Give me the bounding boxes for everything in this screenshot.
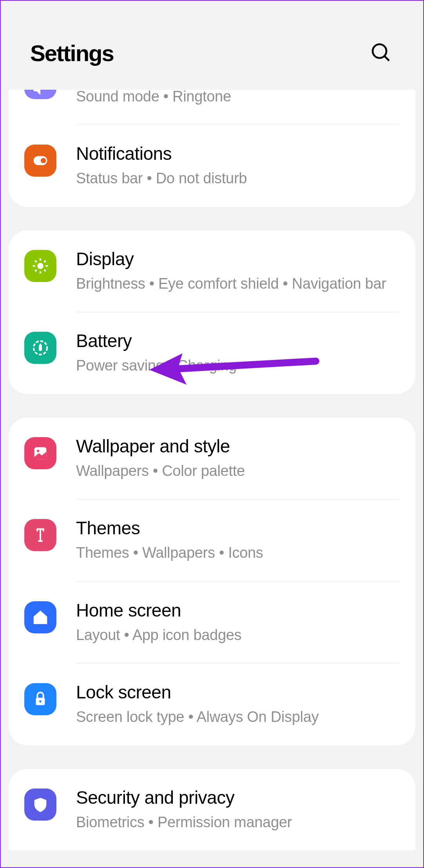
settings-group: Security and privacy Biometrics • Permis… [9, 769, 415, 850]
list-item-title: Lock screen [76, 682, 400, 703]
svg-point-3 [41, 158, 46, 163]
list-item-sounds[interactable]: Sound mode • Ringtone [9, 90, 415, 125]
list-item-home-screen[interactable]: Home screen Layout • App icon badges [9, 582, 415, 663]
list-item-display[interactable]: Display Brightness • Eye comfort shield … [9, 230, 415, 312]
list-item-subtitle: Sound mode • Ringtone [76, 90, 400, 107]
home-icon [24, 601, 56, 633]
list-item-subtitle: Themes • Wallpapers • Icons [76, 543, 400, 563]
list-item-security[interactable]: Security and privacy Biometrics • Permis… [9, 769, 415, 850]
list-item-subtitle: Biometrics • Permission manager [76, 812, 400, 832]
list-item-themes[interactable]: Themes Themes • Wallpapers • Icons [9, 499, 415, 581]
list-item-wallpaper[interactable]: Wallpaper and style Wallpapers • Color p… [9, 418, 415, 499]
svg-rect-14 [39, 345, 42, 351]
list-item-title: Themes [76, 517, 400, 539]
list-item-title: Notifications [76, 143, 400, 165]
list-item-subtitle: Power saving • Charging [76, 356, 400, 376]
sounds-icon [24, 90, 56, 99]
svg-point-19 [39, 700, 41, 702]
list-item-battery[interactable]: Battery Power saving • Charging [9, 312, 415, 394]
lock-icon [24, 683, 56, 715]
list-item-title: Home screen [76, 600, 400, 621]
settings-group: Wallpaper and style Wallpapers • Color p… [9, 418, 415, 745]
svg-point-0 [373, 44, 386, 58]
list-item-title: Wallpaper and style [76, 436, 400, 457]
svg-rect-15 [40, 344, 41, 345]
svg-line-1 [384, 56, 389, 61]
settings-group: Sound mode • Ringtone Notifications Stat… [9, 90, 415, 207]
themes-icon [24, 519, 56, 551]
svg-line-10 [44, 269, 46, 271]
svg-line-9 [35, 260, 36, 262]
display-icon [24, 250, 56, 282]
page-title: Settings [30, 40, 114, 66]
wallpaper-icon [24, 437, 56, 469]
list-item-title: Security and privacy [76, 787, 400, 808]
list-item-notifications[interactable]: Notifications Status bar • Do not distur… [9, 125, 415, 206]
list-item-title: Battery [76, 330, 400, 352]
settings-group: Display Brightness • Eye comfort shield … [9, 230, 415, 394]
list-item-subtitle: Wallpapers • Color palette [76, 461, 400, 481]
svg-line-11 [35, 269, 36, 271]
search-button[interactable] [370, 42, 392, 65]
security-icon [24, 788, 56, 821]
list-item-title: Display [76, 248, 400, 270]
list-item-subtitle: Screen lock type • Always On Display [76, 707, 400, 727]
search-icon [370, 42, 392, 63]
notifications-icon [24, 145, 56, 177]
battery-icon [24, 332, 56, 364]
header: Settings [1, 1, 423, 90]
list-item-subtitle: Brightness • Eye comfort shield • Naviga… [76, 274, 400, 294]
list-item-lock-screen[interactable]: Lock screen Screen lock type • Always On… [9, 664, 415, 745]
svg-line-12 [44, 260, 46, 262]
list-item-subtitle: Layout • App icon badges [76, 625, 400, 645]
list-item-subtitle: Status bar • Do not disturb [76, 168, 400, 188]
svg-point-17 [37, 450, 39, 452]
svg-point-4 [37, 263, 43, 269]
